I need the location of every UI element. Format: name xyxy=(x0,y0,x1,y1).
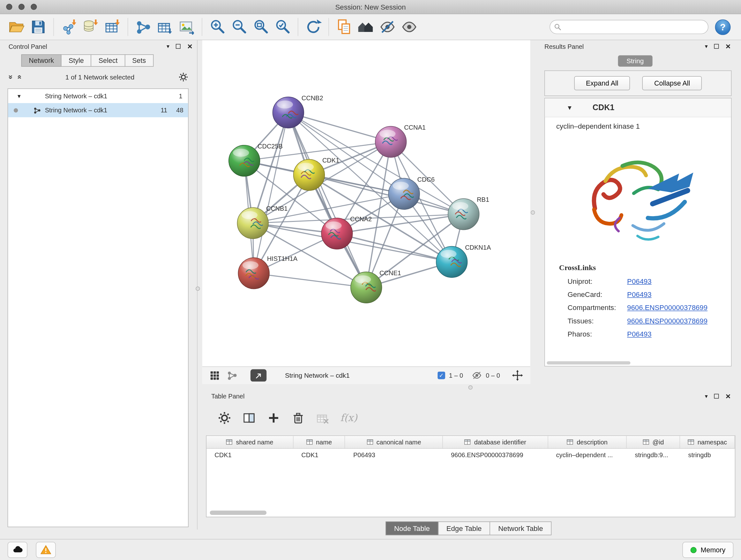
insert-column-icon[interactable] xyxy=(242,411,256,425)
network-node[interactable] xyxy=(238,258,269,289)
panel-close-icon[interactable]: × xyxy=(726,392,731,401)
collapse-all-button[interactable]: Collapse All xyxy=(643,76,702,90)
home-button[interactable] xyxy=(355,16,377,38)
hide-selected-button[interactable] xyxy=(377,16,398,38)
new-table-button[interactable] xyxy=(154,16,176,38)
splitter-handle[interactable] xyxy=(531,210,535,214)
status-bar: Memory xyxy=(0,539,741,560)
tab-node-table[interactable]: Node Table xyxy=(386,521,438,535)
splitter-handle[interactable] xyxy=(468,385,473,389)
column-header-database-identifier[interactable]: database identifier xyxy=(443,436,548,448)
control-tab-network[interactable]: Network xyxy=(21,54,62,67)
search-input[interactable] xyxy=(549,20,709,34)
panel-menu-caret-icon[interactable]: ▾ xyxy=(166,44,170,49)
crosslink-label: Pharos: xyxy=(568,330,627,338)
export-image-button[interactable] xyxy=(176,16,198,38)
zoom-out-button[interactable] xyxy=(228,16,250,38)
crosslink-link[interactable]: P06493 xyxy=(627,277,652,285)
collection-expander-icon[interactable]: ▼ xyxy=(17,93,23,99)
panel-float-icon[interactable] xyxy=(176,44,181,49)
zoom-in-button[interactable] xyxy=(206,16,228,38)
network-edge[interactable] xyxy=(309,175,463,214)
copy-document-button[interactable] xyxy=(333,16,355,38)
network-node[interactable] xyxy=(448,199,479,230)
column-header-name[interactable]: name xyxy=(293,436,345,448)
network-node[interactable] xyxy=(388,178,420,209)
network-options-gear-icon[interactable] xyxy=(178,72,189,82)
pan-crosshair-icon[interactable] xyxy=(511,369,524,382)
network-node[interactable] xyxy=(237,207,268,239)
import-table-button[interactable] xyxy=(102,16,123,38)
column-header-shared-name[interactable]: shared name xyxy=(206,436,293,448)
panel-close-icon[interactable]: × xyxy=(726,42,731,51)
crosslink-link[interactable]: 9606.ENSP00000378699 xyxy=(627,317,708,325)
birdseye-grid-icon[interactable] xyxy=(209,370,220,381)
network-edge[interactable] xyxy=(254,273,366,287)
tab-network-table[interactable]: Network Table xyxy=(490,521,552,535)
collapse-all-networks-icon[interactable]: « xyxy=(15,75,24,79)
network-row[interactable]: String Network – cdk1 11 48 xyxy=(8,103,188,117)
section-expander-icon[interactable]: ▼ xyxy=(567,104,573,111)
network-node[interactable] xyxy=(436,246,468,278)
network-node[interactable] xyxy=(321,218,353,249)
control-tab-sets[interactable]: Sets xyxy=(125,54,153,67)
control-tab-select[interactable]: Select xyxy=(91,54,125,67)
zoom-fit-button[interactable] xyxy=(250,16,272,38)
zoom-selected-button[interactable] xyxy=(272,16,293,38)
panel-menu-caret-icon[interactable]: ▾ xyxy=(705,44,708,49)
network-overview-icon[interactable] xyxy=(226,370,238,381)
network-canvas[interactable]: CCNB2CCNA1CDC25BCDK1CDC6RB1CCNB1CCNA2CDK… xyxy=(202,40,530,367)
crosslink-link[interactable]: P06493 xyxy=(627,290,652,298)
memory-label: Memory xyxy=(701,546,726,554)
tab-string[interactable]: String xyxy=(618,55,652,67)
splitter-handle[interactable] xyxy=(196,287,200,291)
minimize-window-button[interactable] xyxy=(18,4,24,10)
panel-float-icon[interactable] xyxy=(714,394,719,399)
column-header--id[interactable]: @id xyxy=(627,436,680,448)
crosslink-link[interactable]: P06493 xyxy=(627,330,652,338)
import-network-database-button[interactable] xyxy=(80,16,102,38)
table-hscrollbar-thumb[interactable] xyxy=(210,510,267,515)
expand-all-button[interactable]: Expand All xyxy=(574,76,630,90)
protein-structure-image xyxy=(577,138,699,252)
network-collection-row[interactable]: ▼ String Network – cdk1 1 xyxy=(8,89,188,103)
open-session-button[interactable] xyxy=(6,16,27,38)
panel-menu-caret-icon[interactable]: ▾ xyxy=(705,393,708,399)
panel-close-icon[interactable]: × xyxy=(187,42,192,51)
crosslink-link[interactable]: 9606.ENSP00000378699 xyxy=(627,304,708,312)
panel-float-icon[interactable] xyxy=(714,44,719,49)
new-network-button[interactable] xyxy=(132,16,154,38)
column-header-namespac[interactable]: namespac xyxy=(680,436,735,448)
delete-row-icon[interactable] xyxy=(291,411,305,425)
warning-button[interactable] xyxy=(36,542,56,558)
protein-section-header[interactable]: ▼ CDK1 xyxy=(545,98,731,117)
network-node[interactable] xyxy=(293,159,325,191)
table-cell: P06493 xyxy=(345,449,443,461)
column-header-description[interactable]: description xyxy=(548,436,627,448)
table-row[interactable]: CDK1CDK1P064939606.ENSP00000378699cyclin… xyxy=(206,449,735,461)
save-session-button[interactable] xyxy=(27,16,49,38)
tab-edge-table[interactable]: Edge Table xyxy=(438,521,490,535)
selected-checkbox-icon[interactable]: ✓ xyxy=(437,372,445,379)
results-hscrollbar[interactable] xyxy=(547,361,630,364)
network-edge[interactable] xyxy=(254,112,288,273)
zoom-window-button[interactable] xyxy=(30,4,37,10)
help-button[interactable]: ? xyxy=(715,19,731,35)
column-header-canonical-name[interactable]: canonical name xyxy=(345,436,443,448)
refresh-layout-button[interactable] xyxy=(302,16,324,38)
network-node[interactable] xyxy=(351,272,382,303)
open-in-window-button[interactable] xyxy=(251,369,266,382)
add-column-icon[interactable] xyxy=(266,411,280,425)
network-node[interactable] xyxy=(273,97,304,128)
network-node[interactable] xyxy=(229,145,260,177)
network-edge[interactable] xyxy=(288,112,366,287)
network-node[interactable] xyxy=(375,126,407,158)
close-window-button[interactable] xyxy=(6,4,12,10)
show-all-button[interactable] xyxy=(398,16,420,38)
expand-all-networks-icon[interactable]: » xyxy=(6,75,15,79)
import-network-file-button[interactable] xyxy=(58,16,80,38)
memory-button[interactable]: Memory xyxy=(682,542,733,558)
settings-gear-icon[interactable] xyxy=(217,411,231,425)
control-tab-style[interactable]: Style xyxy=(61,54,91,67)
cloud-button[interactable] xyxy=(8,542,27,558)
